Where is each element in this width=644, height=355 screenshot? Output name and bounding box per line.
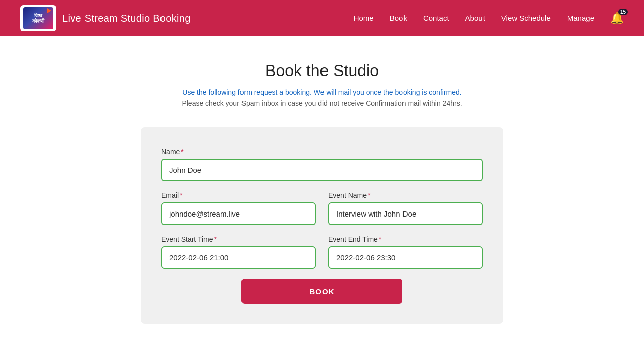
subtitle-gray: Please check your Spam inbox in case you… — [10, 99, 634, 107]
brand-title: Live Stream Studio Booking — [62, 13, 191, 24]
name-input[interactable] — [161, 159, 483, 181]
end-time-label: Event End Time* — [328, 235, 483, 243]
start-time-col: Event Start Time* — [161, 235, 316, 269]
time-row: Event Start Time* Event End Time* — [161, 235, 483, 269]
email-col: Email* — [161, 191, 316, 225]
play-icon — [47, 8, 51, 13]
notification-badge: 15 — [618, 9, 628, 15]
start-time-input[interactable] — [161, 246, 316, 269]
end-time-col: Event End Time* — [328, 235, 483, 269]
nav-contact[interactable]: Contact — [423, 14, 449, 22]
required-star-email: * — [180, 191, 182, 199]
logo-inner: विश्वकोकणी — [23, 7, 53, 29]
page-title: Book the Studio — [10, 61, 634, 80]
logo-text: विश्वकोकणी — [32, 13, 44, 24]
book-button[interactable]: BOOK — [242, 279, 403, 304]
nav-about[interactable]: About — [465, 14, 485, 22]
event-name-input[interactable] — [328, 202, 483, 225]
start-time-label: Event Start Time* — [161, 235, 316, 243]
email-label: Email* — [161, 191, 316, 199]
logo: विश्वकोकणी — [20, 5, 56, 31]
subtitle-blue: Use the following form request a booking… — [10, 88, 634, 96]
required-star-start: * — [214, 235, 216, 243]
nav-home[interactable]: Home — [354, 14, 374, 22]
end-time-input[interactable] — [328, 246, 483, 269]
brand: विश्वकोकणी Live Stream Studio Booking — [20, 5, 191, 31]
email-eventname-row: Email* Event Name* — [161, 191, 483, 225]
required-star-end: * — [379, 235, 381, 243]
event-name-col: Event Name* — [328, 191, 483, 225]
nav-view-schedule[interactable]: View Schedule — [501, 14, 551, 22]
nav-links: Home Book Contact About View Schedule Ma… — [354, 12, 624, 25]
email-input[interactable] — [161, 202, 316, 225]
nav-manage[interactable]: Manage — [567, 14, 594, 22]
nav-book[interactable]: Book — [390, 14, 407, 22]
navbar: विश्वकोकणी Live Stream Studio Booking Ho… — [0, 0, 644, 36]
name-group: Name* — [161, 148, 483, 181]
required-star-event: * — [368, 191, 370, 199]
notification-bell[interactable]: 🔔 15 — [610, 12, 624, 25]
main-content: Book the Studio Use the following form r… — [0, 36, 644, 339]
event-name-label: Event Name* — [328, 191, 483, 199]
booking-form-card: Name* Email* Event Name* E — [141, 127, 503, 324]
name-label: Name* — [161, 148, 483, 156]
required-star: * — [181, 148, 183, 156]
